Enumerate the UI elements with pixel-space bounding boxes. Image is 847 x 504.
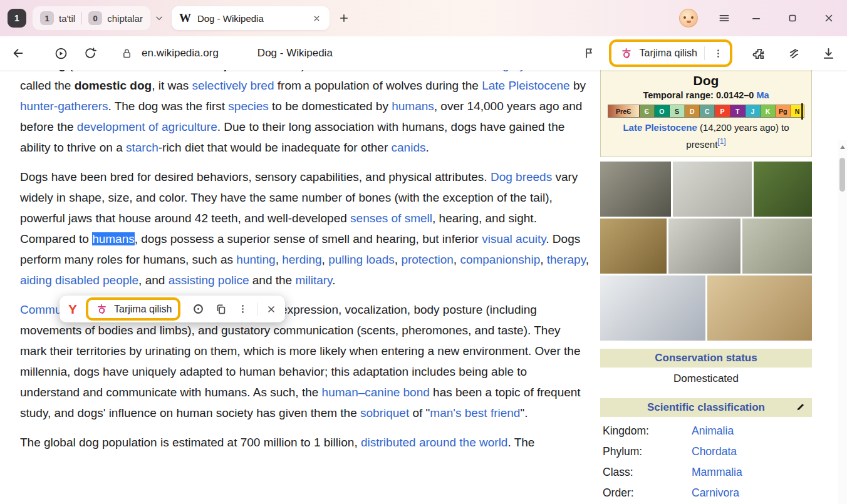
tab-list-button[interactable]: 1: [8, 9, 26, 28]
taxon-link[interactable]: Animalia: [692, 424, 734, 438]
wiki-link[interactable]: Late Pleistocene: [623, 122, 697, 133]
geologic-timescale-bar[interactable]: PreЄЄOSDCPTJKPgN: [608, 105, 804, 118]
timescale-segment[interactable]: P: [715, 105, 730, 117]
reference-link[interactable]: [1]: [717, 137, 725, 146]
scrollbar-thumb[interactable]: [839, 158, 845, 192]
wiki-link[interactable]: humans: [392, 100, 434, 113]
extensions-puzzle-icon[interactable]: [751, 45, 768, 62]
dog-photo[interactable]: [600, 219, 667, 274]
wiki-link[interactable]: species: [228, 100, 268, 113]
taxon-rank-label: Kingdom:: [603, 424, 692, 438]
wiki-link[interactable]: hunter-gatherers: [20, 100, 108, 113]
wiki-link[interactable]: hunting: [236, 253, 275, 266]
wiki-link[interactable]: pulling loads: [328, 253, 395, 266]
wiki-link[interactable]: protection: [401, 253, 453, 266]
timescale-segment[interactable]: J: [746, 105, 761, 117]
timescale-segment[interactable]: PreЄ: [608, 105, 640, 117]
text-segment: or: [161, 70, 178, 71]
translate-kebab-icon[interactable]: [712, 47, 725, 60]
download-icon[interactable]: [820, 45, 837, 62]
bookmark-flag-icon[interactable]: [581, 46, 596, 61]
wikipedia-favicon: W: [179, 11, 191, 25]
wiki-link[interactable]: canids: [392, 141, 426, 154]
back-button[interactable]: [10, 45, 26, 61]
text-segment: ,: [454, 253, 460, 266]
wiki-link[interactable]: development of agriculture: [77, 120, 217, 133]
wiki-link[interactable]: military: [295, 274, 332, 287]
wiki-link[interactable]: senses of smell: [350, 212, 432, 225]
timescale-segment[interactable]: C: [700, 105, 715, 117]
address-page-title[interactable]: Dog - Wikipedia: [257, 47, 571, 59]
close-button[interactable]: [822, 11, 836, 25]
vertical-scrollbar[interactable]: [838, 140, 847, 504]
tab-group[interactable]: 0chiptalar: [88, 11, 143, 25]
classification-row: Order:Carnivora: [603, 483, 809, 503]
text-segment: ,: [322, 253, 329, 266]
wiki-link[interactable]: aiding disabled people: [20, 274, 138, 287]
timescale-segment[interactable]: Pg: [776, 105, 791, 117]
wiki-link[interactable]: human–canine bond: [322, 386, 430, 399]
wiki-link[interactable]: distributed around the world: [361, 436, 507, 449]
wiki-link[interactable]: Late Pleistocene: [482, 79, 570, 92]
timescale-segment[interactable]: D: [685, 105, 700, 117]
tab-group[interactable]: 1ta'til: [40, 11, 75, 25]
taxon-link[interactable]: Chordata: [692, 445, 737, 458]
popup-translate-button[interactable]: Tarjima qilish: [86, 297, 180, 321]
classification-row: Phylum:Chordata: [603, 441, 809, 462]
dog-photo[interactable]: [707, 275, 813, 341]
chevron-down-icon[interactable]: [153, 12, 165, 24]
copy-icon[interactable]: [214, 302, 229, 317]
url-domain[interactable]: en.wikipedia.org: [142, 47, 219, 59]
dog-photo[interactable]: [754, 162, 812, 217]
popup-kebab-icon[interactable]: [236, 302, 249, 316]
timescale-segment[interactable]: T: [730, 105, 746, 117]
dog-photo[interactable]: [600, 275, 705, 341]
wiki-link[interactable]: companionship: [460, 253, 540, 266]
active-tab[interactable]: W Dog - Wikipedia: [172, 6, 330, 30]
text-segment: Dogs have been bred for desired behavior…: [20, 170, 491, 183]
wiki-link[interactable]: therapy: [547, 253, 586, 266]
scroll-up-arrow[interactable]: [840, 145, 845, 149]
dog-photo[interactable]: [742, 219, 812, 274]
site-lock-icon[interactable]: [120, 46, 134, 61]
collections-icon[interactable]: [786, 45, 803, 62]
timescale-segment[interactable]: Є: [640, 105, 655, 117]
translate-icon: [95, 302, 109, 316]
wiki-link[interactable]: gray wolf: [502, 70, 550, 71]
alice-ai-icon[interactable]: [190, 301, 206, 317]
refresh-icon[interactable]: [82, 45, 98, 61]
ma-link[interactable]: Ma: [756, 90, 769, 100]
wiki-link[interactable]: man's best friend: [430, 406, 520, 419]
popup-close-icon[interactable]: [265, 303, 278, 316]
text-segment: -rich diet that would be inadequate for …: [158, 141, 392, 154]
yandex-search-button[interactable]: Y: [67, 302, 78, 317]
dog-photo[interactable]: [673, 162, 752, 217]
text-segment: , it was: [152, 79, 192, 92]
taxon-link[interactable]: Mammalia: [692, 466, 742, 479]
translate-button[interactable]: Tarjima qilish: [609, 39, 732, 67]
menu-icon[interactable]: [717, 11, 732, 26]
profile-avatar[interactable]: [679, 9, 698, 28]
dog-photo[interactable]: [668, 219, 741, 274]
taxon-link[interactable]: Carnivora: [692, 486, 739, 500]
text-segment: domestic dog: [75, 79, 152, 92]
wiki-link[interactable]: starch: [126, 141, 158, 154]
minimize-button[interactable]: [749, 11, 763, 25]
wiki-link[interactable]: sobriquet: [360, 406, 409, 419]
timescale-segment[interactable]: K: [761, 105, 776, 117]
divider: [257, 302, 257, 316]
temporal-value: 0.0142–0: [716, 90, 757, 100]
new-tab-button[interactable]: [337, 11, 351, 25]
tab-close-icon[interactable]: [311, 13, 322, 24]
edit-pencil-icon[interactable]: [796, 402, 806, 412]
wiki-link[interactable]: visual acuity: [482, 232, 546, 245]
timescale-segment[interactable]: O: [655, 105, 670, 117]
maximize-button[interactable]: [786, 11, 799, 25]
wiki-link[interactable]: Dog breeds: [491, 170, 552, 183]
dog-photo[interactable]: [600, 162, 671, 217]
yandex-browser-icon[interactable]: [53, 45, 70, 62]
wiki-link[interactable]: assisting police: [169, 274, 249, 287]
wiki-link[interactable]: selectively bred: [192, 79, 274, 92]
wiki-link[interactable]: herding: [282, 253, 321, 266]
timescale-segment[interactable]: S: [670, 105, 685, 117]
